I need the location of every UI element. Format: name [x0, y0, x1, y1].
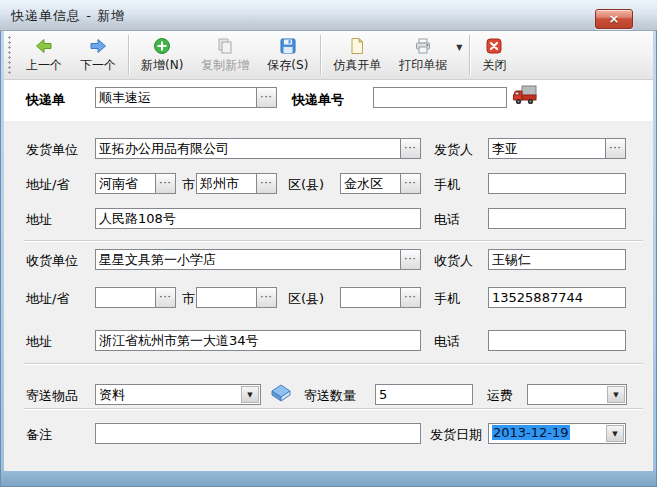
print-button[interactable]: 打印单据	[390, 33, 456, 77]
next-button[interactable]: 下一个	[71, 33, 125, 77]
item-combobox[interactable]: 资料 ▼	[95, 384, 261, 405]
sender-province-label: 地址/省	[26, 176, 69, 194]
sender-city-field: ···	[196, 173, 277, 194]
toolbar-separator	[320, 35, 321, 75]
receiver-phone-label: 电话	[434, 333, 460, 351]
sender-unit-browse-button[interactable]: ···	[400, 139, 420, 158]
sender-phone-label: 电话	[434, 211, 460, 229]
sender-unit-input[interactable]	[96, 139, 400, 158]
simulate-billing-button[interactable]: 仿真开单	[324, 33, 390, 77]
ship-date-selected-text: 2013-12-19	[492, 425, 570, 440]
sender-city-label: 市	[182, 176, 195, 194]
previous-button[interactable]: 上一个	[17, 33, 71, 77]
ship-date-value: 2013-12-19	[489, 424, 605, 443]
item-dropdown-button[interactable]: ▼	[241, 386, 259, 403]
section-separator	[24, 240, 643, 242]
sender-city-input[interactable]	[197, 174, 256, 193]
receiver-district-browse-button[interactable]: ···	[400, 288, 420, 307]
quantity-field	[375, 384, 473, 405]
quantity-input[interactable]	[376, 385, 472, 404]
simulate-billing-label: 仿真开单	[333, 57, 381, 74]
tracking-number-field	[373, 87, 507, 108]
receiver-province-input[interactable]	[96, 288, 155, 307]
receiver-person-input[interactable]	[489, 250, 625, 269]
sender-mobile-field	[488, 173, 626, 194]
receiver-phone-input[interactable]	[489, 331, 625, 350]
fee-dropdown-button[interactable]: ▼	[607, 386, 625, 403]
sender-province-browse-button[interactable]: ···	[155, 174, 175, 193]
note-label: 备注	[26, 426, 52, 444]
fee-value	[528, 385, 606, 404]
tracking-number-input[interactable]	[374, 88, 506, 107]
sender-city-browse-button[interactable]: ···	[256, 174, 276, 193]
receiver-person-field	[488, 249, 626, 270]
sender-address-label: 地址	[26, 211, 52, 229]
new-label: 新增(N)	[141, 57, 183, 74]
window-title: 快递单信息 - 新增	[11, 7, 125, 25]
ship-date-picker[interactable]: 2013-12-19 ▼	[488, 423, 626, 444]
receiver-mobile-field	[488, 287, 626, 308]
receiver-mobile-label: 手机	[434, 290, 460, 308]
carrier-browse-button[interactable]: ···	[256, 88, 276, 107]
sender-phone-input[interactable]	[489, 209, 625, 228]
sender-unit-field: ···	[95, 138, 421, 159]
copy-icon	[216, 37, 234, 55]
receiver-address-input[interactable]	[96, 331, 420, 350]
print-dropdown-caret[interactable]: ▼	[456, 43, 466, 68]
add-icon	[153, 37, 171, 55]
receiver-province-field: ···	[95, 287, 176, 308]
window-close-button[interactable]: ×	[595, 9, 633, 29]
receiver-unit-browse-button[interactable]: ···	[400, 250, 420, 269]
sender-province-input[interactable]	[96, 174, 155, 193]
document-icon	[348, 37, 366, 55]
carrier-label: 快递单	[26, 91, 65, 109]
close-icon	[485, 37, 503, 55]
fee-combobox[interactable]: ▼	[527, 384, 627, 405]
receiver-unit-input[interactable]	[96, 250, 400, 269]
item-value: 资料	[96, 385, 240, 404]
receiver-city-browse-button[interactable]: ···	[256, 288, 276, 307]
sender-district-browse-button[interactable]: ···	[400, 174, 420, 193]
truck-icon[interactable]	[512, 83, 538, 111]
receiver-phone-field	[488, 330, 626, 351]
new-button[interactable]: 新增(N)	[132, 33, 192, 77]
receiver-city-field: ···	[196, 287, 277, 308]
receiver-province-browse-button[interactable]: ···	[155, 288, 175, 307]
close-button[interactable]: 关闭	[473, 33, 515, 77]
printer-icon	[414, 37, 432, 55]
item-label: 寄送物品	[26, 387, 78, 405]
next-label: 下一个	[80, 57, 116, 74]
tracking-number-label: 快递单号	[292, 91, 344, 109]
ship-date-dropdown-button[interactable]: ▼	[606, 425, 624, 442]
receiver-province-label: 地址/省	[26, 290, 69, 308]
receiver-district-input[interactable]	[341, 288, 400, 307]
receiver-address-field	[95, 330, 421, 351]
save-button[interactable]: 保存(S)	[258, 33, 317, 77]
save-label: 保存(S)	[267, 57, 308, 74]
express-order-dialog: 快递单信息 - 新增 × 上一个 下一个	[0, 0, 657, 487]
fee-label: 运费	[487, 387, 513, 405]
toolbar-grip	[8, 36, 12, 74]
receiver-district-field: ···	[340, 287, 421, 308]
copy-new-button: 复制新增	[192, 33, 258, 77]
book-icon	[270, 383, 292, 407]
receiver-address-label: 地址	[26, 333, 52, 351]
receiver-city-input[interactable]	[197, 288, 256, 307]
note-field	[95, 423, 421, 444]
sender-district-input[interactable]	[341, 174, 400, 193]
section-separator	[24, 363, 643, 365]
quantity-label: 寄送数量	[304, 387, 356, 405]
note-input[interactable]	[96, 424, 420, 443]
arrow-right-icon	[89, 37, 107, 55]
sender-mobile-input[interactable]	[489, 174, 625, 193]
receiver-mobile-input[interactable]	[489, 288, 625, 307]
sender-person-browse-button[interactable]: ···	[605, 139, 625, 158]
section-separator	[24, 408, 643, 410]
sender-address-input[interactable]	[96, 209, 420, 228]
receiver-city-label: 市	[182, 290, 195, 308]
sender-district-label: 区(县)	[288, 176, 324, 194]
receiver-unit-label: 收货单位	[26, 252, 78, 270]
carrier-input[interactable]	[96, 88, 256, 107]
sender-person-input[interactable]	[489, 139, 605, 158]
sender-phone-field	[488, 208, 626, 229]
